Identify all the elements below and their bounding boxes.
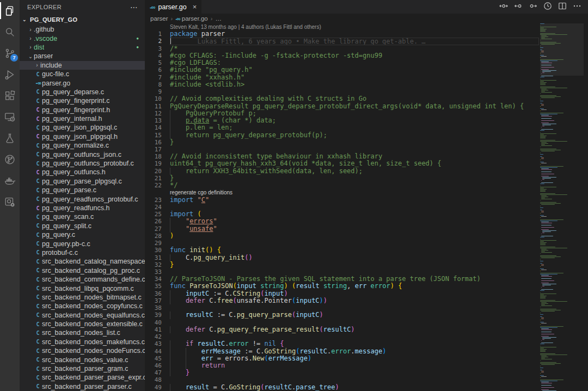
timeline-icon[interactable] <box>543 2 552 13</box>
code-line-1[interactable]: 1package parser <box>145 30 540 38</box>
tree-item-src-backend-parser-gram-c[interactable]: Csrc_backend_parser_gram.c <box>20 364 145 373</box>
code-line-30[interactable]: 30func init() { <box>145 247 540 254</box>
code-line-14[interactable]: 14p.len = len; <box>145 124 540 131</box>
code-line-31[interactable]: 31C.pg_query_init() <box>145 254 540 261</box>
tree-item-pg-query-outfuncs-json-c[interactable]: Cpg_query_outfuncs_json.c <box>20 150 145 158</box>
testing-icon[interactable] <box>0 127 20 149</box>
tree-item-src-backend-catalog-namespace-c[interactable]: Csrc_backend_catalog_namespace.c <box>20 257 145 266</box>
codelens-row[interactable]: Steven Kalt, 13 months ago | 4 authors (… <box>145 23 540 30</box>
code-line-32[interactable]: 32} <box>145 261 540 268</box>
code-line-6[interactable]: 6#include "pg_query.h" <box>145 66 540 74</box>
code-line-45[interactable]: 45err = errors.New(errMessage) <box>145 355 540 362</box>
code-line-48[interactable]: 48 <box>145 376 540 383</box>
code-line-20[interactable]: 20return XXH3_64bits_withSeed(data, len,… <box>145 168 540 175</box>
code-line-3[interactable]: 3/* <box>145 45 540 52</box>
breadcrumb-item-2[interactable]: … <box>215 15 222 22</box>
code-line-19[interactable]: 19uint64_t pg_query_hash_xxh3_64(void *d… <box>145 160 540 167</box>
code-line-43[interactable]: 43if resultC.error != nil { <box>145 340 540 347</box>
gitlens-icon[interactable] <box>0 149 20 170</box>
code-line-17[interactable]: 17 <box>145 146 540 153</box>
code-line-37[interactable]: 37defer C.free(unsafe.Pointer(inputC)) <box>145 297 540 304</box>
code-line-25[interactable]: 25import ( <box>145 211 540 218</box>
code-line-11[interactable]: 11PgQueryDeparseResult pg_query_deparse_… <box>145 103 540 110</box>
extensions-icon[interactable] <box>0 85 20 106</box>
tree-item-pg-query-json-plpgsql-h[interactable]: Cpg_query_json_plpgsql.h <box>20 132 145 141</box>
tree-item-pg-query-normalize-c[interactable]: Cpg_query_normalize.c <box>20 141 145 150</box>
remote-explorer-icon[interactable] <box>0 106 20 127</box>
code-line-9[interactable]: 9 <box>145 88 540 95</box>
tree-item-pg-query-c[interactable]: Cpg_query.c <box>20 230 145 239</box>
docker-icon[interactable] <box>0 170 20 191</box>
code-line-16[interactable]: 16} <box>145 139 540 146</box>
tree-item-pg-query-readfuncs-h[interactable]: Cpg_query_readfuncs.h <box>20 204 145 212</box>
code-line-34[interactable]: 34// ParseToJSON - Parses the given SQL … <box>145 276 540 283</box>
tree-item-src-backend-catalog-pg-proc-c[interactable]: Csrc_backend_catalog_pg_proc.c <box>20 266 145 275</box>
code-line-35[interactable]: 35func ParseToJSON(input string) (result… <box>145 283 540 290</box>
code-line-26[interactable]: 26"errors" <box>145 218 540 225</box>
more-actions-icon[interactable] <box>573 2 581 13</box>
code-line-18[interactable]: 18// Avoid inconsistent type behaviour i… <box>145 153 540 160</box>
code-line-21[interactable]: 21} <box>145 175 540 182</box>
run-and-debug-icon[interactable] <box>0 64 20 85</box>
tree-root-pg-query-go[interactable]: ⌄ PG_QUERY_GO <box>20 14 145 25</box>
tree-item-dist[interactable]: ›dist● <box>20 43 145 52</box>
code-line-22[interactable]: 22*/ <box>145 182 540 189</box>
next-change-icon[interactable] <box>529 2 537 13</box>
tree-item-pg-query-internal-h[interactable]: Cpg_query_internal.h <box>20 114 145 123</box>
tree-item-src-backend-nodes-makefuncs-c[interactable]: Csrc_backend_nodes_makefuncs.c <box>20 338 145 346</box>
code-line-41[interactable]: 41defer C.pg_query_free_parse_result(res… <box>145 326 540 333</box>
tree-item-protobuf-c-c[interactable]: Cprotobuf-c.c <box>20 248 145 257</box>
tree-item-pg-query-readfuncs-protobuf-c[interactable]: Cpg_query_readfuncs_protobuf.c <box>20 194 145 203</box>
code-line-28[interactable]: 28) <box>145 233 540 240</box>
tree-item-src-backend-nodes-bitmapset-c[interactable]: Csrc_backend_nodes_bitmapset.c <box>20 293 145 302</box>
code-line-47[interactable]: 47} <box>145 369 540 376</box>
code-line-38[interactable]: 38 <box>145 304 540 311</box>
code-line-8[interactable]: 8#include <stdlib.h> <box>145 81 540 88</box>
tree-item-pg-query-parse-plpgsql-c[interactable]: Cpg_query_parse_plpgsql.c <box>20 177 145 186</box>
tree-item-pg-query-scan-c[interactable]: Cpg_query_scan.c <box>20 212 145 221</box>
search-icon[interactable] <box>0 21 20 42</box>
split-editor-icon[interactable] <box>558 2 567 13</box>
tree-item-src-backend-nodes-equalfuncs-c[interactable]: Csrc_backend_nodes_equalfuncs.c <box>20 311 145 320</box>
tree-item-pg-query-deparse-c[interactable]: Cpg_query_deparse.c <box>20 88 145 96</box>
tree-item-pg-query-fingerprint-h[interactable]: Cpg_query_fingerprint.h <box>20 106 145 114</box>
tree-item-parser[interactable]: ⌄parser <box>20 52 145 60</box>
code-line-29[interactable]: 29 <box>145 240 540 247</box>
code-line-10[interactable]: 10// Avoid complexities dealing with C s… <box>145 95 540 102</box>
code-line-7[interactable]: 7#include "xxhash.h" <box>145 74 540 81</box>
code-line-5[interactable]: 5#cgo LDFLAGS: <box>145 59 540 66</box>
code-line-42[interactable]: 42 <box>145 333 540 340</box>
tree-item-pg-query-outfuncs-protobuf-c[interactable]: Cpg_query_outfuncs_protobuf.c <box>20 159 145 168</box>
container-tools-icon[interactable] <box>0 191 20 212</box>
close-icon[interactable]: × <box>193 3 197 11</box>
minimap[interactable] <box>540 23 584 391</box>
tree-item-guc-file-c[interactable]: Cguc-file.c <box>20 70 145 78</box>
tree-item-src-backend-commands-define-c[interactable]: Csrc_backend_commands_define.c <box>20 275 145 284</box>
tree-item-src-backend-nodes-nodeFuncs-c[interactable]: Csrc_backend_nodes_nodeFuncs.c <box>20 346 145 355</box>
tree-item-src-backend-parser-parser-c[interactable]: Csrc_backend_parser_parser.c <box>20 382 145 391</box>
tree-item-pg-query-pb-c-c[interactable]: Cpg_query.pb-c.c <box>20 239 145 248</box>
tree-item-src-backend-nodes-value-c[interactable]: Csrc_backend_nodes_value.c <box>20 355 145 364</box>
tree-item--vscode[interactable]: ›.vscode● <box>20 34 145 42</box>
code-editor[interactable]: Steven Kalt, 13 months ago | 4 authors (… <box>145 23 540 391</box>
tree-item-src-backend-nodes-list-c[interactable]: Csrc_backend_nodes_list.c <box>20 328 145 337</box>
tree-item-pg-query-outfuncs-h[interactable]: Cpg_query_outfuncs.h <box>20 168 145 176</box>
code-line-4[interactable]: 4#cgo CFLAGS: -Iinclude -g -fstack-prote… <box>145 52 540 59</box>
code-line-23[interactable]: 23import "C" <box>145 197 540 204</box>
tree-item--github[interactable]: ›.github <box>20 25 145 34</box>
code-line-40[interactable]: 40 <box>145 319 540 326</box>
tree-item-include[interactable]: ›include <box>20 61 145 70</box>
code-line-49[interactable]: 49result = C.GoString(resultC.parse_tree… <box>145 384 540 391</box>
tree-item-src-backend-nodes-extensible-c[interactable]: Csrc_backend_nodes_extensible.c <box>20 320 145 328</box>
tree-item-pg-query-split-c[interactable]: Cpg_query_split.c <box>20 222 145 230</box>
breadcrumb-item-1[interactable]: -∞parser.go <box>175 15 207 22</box>
code-line-46[interactable]: 46return <box>145 362 540 369</box>
explorer-icon[interactable] <box>0 0 20 21</box>
code-line-36[interactable]: 36inputC := C.CString(input) <box>145 290 540 297</box>
tree-item-src-backend-libpq-pqcomm-c[interactable]: Csrc_backend_libpq_pqcomm.c <box>20 284 145 292</box>
code-line-39[interactable]: 39resultC := C.pg_query_parse(inputC) <box>145 311 540 319</box>
explorer-more-actions-icon[interactable]: ⋯ <box>130 3 138 11</box>
code-line-27[interactable]: 27"unsafe" <box>145 225 540 233</box>
tree-item-pg-query-parse-c[interactable]: Cpg_query_parse.c <box>20 186 145 194</box>
code-line-12[interactable]: 12PgQueryProtobuf p; <box>145 110 540 117</box>
